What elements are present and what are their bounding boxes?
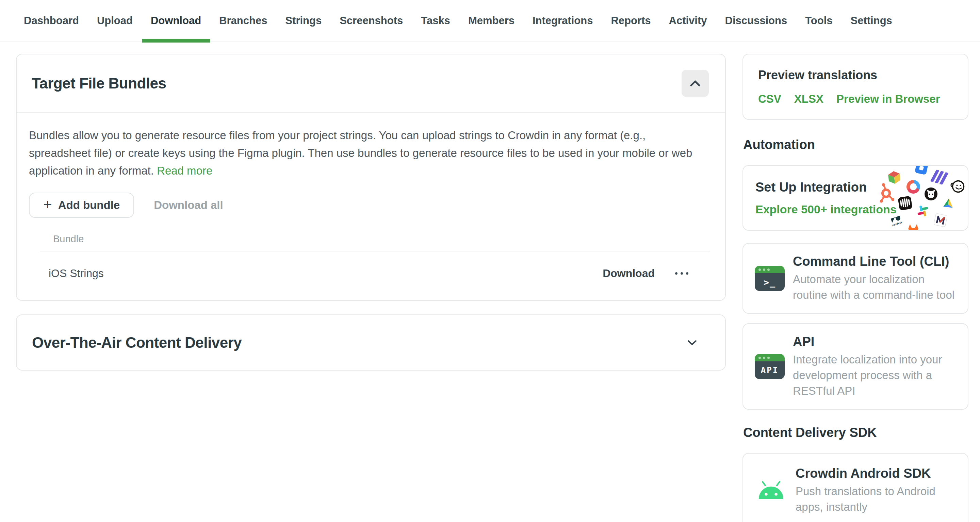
bundles-card-header: Target File Bundles bbox=[17, 54, 725, 113]
page-layout: Target File Bundles Bundles allow you to… bbox=[0, 42, 980, 522]
sidebar: Preview translations CSV XLSX Preview in… bbox=[743, 54, 969, 522]
preview-in-browser-link[interactable]: Preview in Browser bbox=[837, 92, 940, 105]
preview-translations-card: Preview translations CSV XLSX Preview in… bbox=[743, 54, 969, 120]
tab-download[interactable]: Download bbox=[151, 0, 201, 42]
plus-icon: + bbox=[43, 197, 52, 212]
android-card-title: Crowdin Android SDK bbox=[795, 466, 956, 481]
xlsx-link[interactable]: XLSX bbox=[794, 92, 824, 105]
download-all-link[interactable]: Download all bbox=[154, 199, 223, 212]
bundles-description-text: Bundles allow you to generate resource f… bbox=[29, 129, 692, 177]
bundles-card-title: Target File Bundles bbox=[32, 75, 166, 92]
preview-links: CSV XLSX Preview in Browser bbox=[758, 92, 953, 105]
cli-card[interactable]: >_ Command Line Tool (CLI) Automate your… bbox=[743, 243, 969, 314]
bundle-table: Bundle iOS Strings Download bbox=[40, 234, 710, 280]
collapse-button[interactable] bbox=[682, 70, 709, 97]
ellipsis-icon[interactable] bbox=[673, 268, 690, 279]
automation-heading: Automation bbox=[743, 137, 969, 152]
chevron-down-icon bbox=[688, 340, 697, 345]
tab-upload[interactable]: Upload bbox=[97, 0, 133, 42]
tab-settings[interactable]: Settings bbox=[851, 0, 892, 42]
row-actions: Download bbox=[603, 267, 690, 280]
set-up-integration-title: Set Up Integration bbox=[756, 180, 968, 195]
target-file-bundles-card: Target File Bundles Bundles allow you to… bbox=[16, 54, 726, 301]
tab-branches[interactable]: Branches bbox=[219, 0, 267, 42]
top-nav: Dashboard Upload Download Branches Strin… bbox=[0, 0, 980, 42]
preview-translations-title: Preview translations bbox=[758, 68, 953, 82]
android-card-description: Push translations to Android apps, insta… bbox=[795, 484, 956, 515]
tab-strings[interactable]: Strings bbox=[285, 0, 321, 42]
tab-screenshots[interactable]: Screenshots bbox=[340, 0, 403, 42]
row-download-link[interactable]: Download bbox=[603, 267, 655, 280]
add-bundle-label: Add bundle bbox=[58, 199, 120, 212]
integration-logos-illustration: zendesk bbox=[877, 165, 969, 231]
read-more-link[interactable]: Read more bbox=[157, 164, 212, 177]
add-bundle-button[interactable]: + Add bundle bbox=[29, 193, 134, 218]
cli-card-title: Command Line Tool (CLI) bbox=[793, 254, 956, 269]
svg-text:zendesk: zendesk bbox=[891, 221, 903, 227]
over-the-air-card[interactable]: Over-The-Air Content Delivery bbox=[16, 314, 726, 371]
tab-reports[interactable]: Reports bbox=[611, 0, 651, 42]
tab-integrations[interactable]: Integrations bbox=[533, 0, 593, 42]
jira-icon bbox=[915, 165, 928, 175]
tab-tools[interactable]: Tools bbox=[805, 0, 832, 42]
bundles-description: Bundles allow you to generate resource f… bbox=[29, 127, 710, 180]
tab-activity[interactable]: Activity bbox=[669, 0, 707, 42]
ota-card-title: Over-The-Air Content Delivery bbox=[32, 334, 242, 351]
tab-discussions[interactable]: Discussions bbox=[725, 0, 788, 42]
explore-integrations-link[interactable]: Explore 500+ integrations bbox=[756, 203, 968, 216]
bundle-column-header: Bundle bbox=[40, 234, 710, 251]
api-icon: API bbox=[755, 354, 785, 379]
gitlab-icon bbox=[908, 224, 918, 231]
android-sdk-card[interactable]: Crowdin Android SDK Push translations to… bbox=[743, 453, 969, 522]
set-up-integration-card: Set Up Integration Explore 500+ integrat… bbox=[743, 165, 969, 231]
chevron-up-icon bbox=[690, 80, 700, 86]
android-icon bbox=[755, 481, 788, 500]
api-card-description: Integrate localization into your develop… bbox=[793, 352, 956, 399]
tab-tasks[interactable]: Tasks bbox=[421, 0, 450, 42]
bundles-card-body: Bundles allow you to generate resource f… bbox=[17, 113, 725, 300]
tab-members[interactable]: Members bbox=[468, 0, 514, 42]
csv-link[interactable]: CSV bbox=[758, 92, 781, 105]
cli-card-description: Automate your localization routine with … bbox=[793, 272, 956, 303]
bundle-name: iOS Strings bbox=[49, 267, 104, 280]
android-card-text: Crowdin Android SDK Push translations to… bbox=[795, 466, 956, 515]
bundles-actions: + Add bundle Download all bbox=[29, 193, 710, 218]
zendesk-icon: zendesk bbox=[890, 215, 903, 227]
cli-card-text: Command Line Tool (CLI) Automate your lo… bbox=[793, 254, 956, 303]
table-row: iOS Strings Download bbox=[40, 251, 710, 280]
tab-dashboard[interactable]: Dashboard bbox=[24, 0, 79, 42]
api-card-title: API bbox=[793, 334, 956, 349]
api-card-text: API Integrate localization into your dev… bbox=[793, 334, 956, 399]
content-delivery-sdk-heading: Content Delivery SDK bbox=[743, 425, 969, 440]
terminal-icon: >_ bbox=[755, 266, 785, 291]
api-card[interactable]: API API Integrate localization into your… bbox=[743, 323, 969, 410]
main-content: Target File Bundles Bundles allow you to… bbox=[16, 54, 726, 371]
